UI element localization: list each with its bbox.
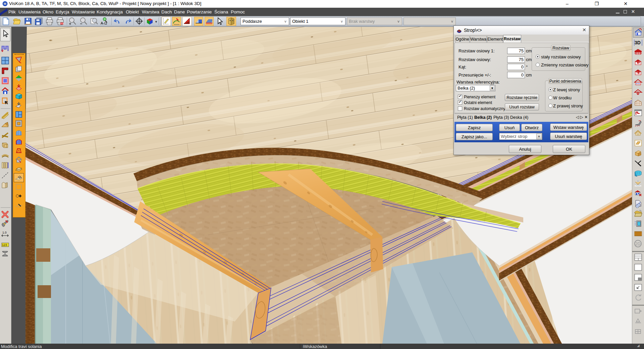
svg-text:3D: 3D	[635, 40, 641, 45]
svg-text:2D: 2D	[635, 242, 641, 246]
svg-text:123: 123	[2, 243, 7, 247]
svg-text:A-Ω: A-Ω	[101, 21, 107, 25]
svg-text:1.0: 1.0	[2, 231, 7, 234]
svg-text:PDF: PDF	[61, 22, 64, 24]
